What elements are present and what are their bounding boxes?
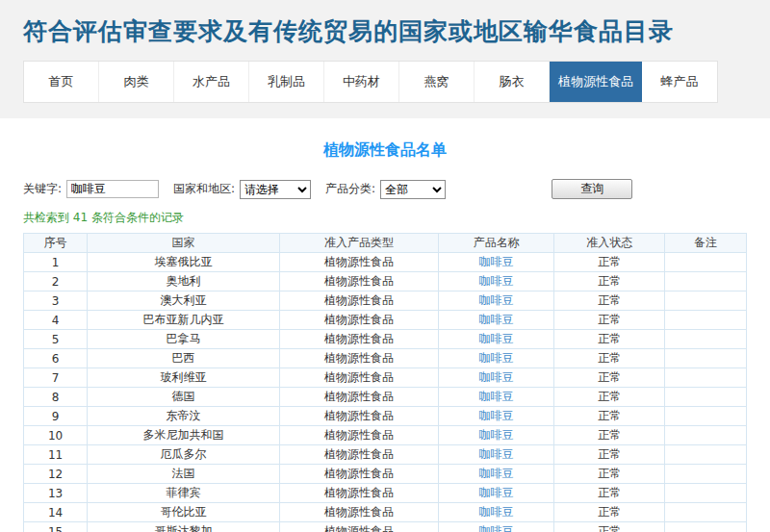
product-type-cell: 植物源性食品 <box>279 407 438 426</box>
table-row: 13菲律宾植物源性食品咖啡豆正常 <box>24 484 747 503</box>
column-header: 序号 <box>24 234 88 253</box>
product-type-cell: 植物源性食品 <box>279 484 438 503</box>
table-row: 8德国植物源性食品咖啡豆正常 <box>24 388 747 407</box>
note-cell <box>665 368 747 388</box>
product-link[interactable]: 咖啡豆 <box>479 409 514 422</box>
country-cell: 哥斯达黎加 <box>88 522 280 532</box>
row-number-cell: 10 <box>24 426 88 445</box>
product-type-cell: 植物源性食品 <box>279 311 438 330</box>
nav-tab-chinese-medicine[interactable]: 中药材 <box>324 62 399 102</box>
product-link[interactable]: 咖啡豆 <box>479 351 514 365</box>
country-cell: 德国 <box>88 388 280 407</box>
product-link[interactable]: 咖啡豆 <box>479 274 514 288</box>
country-cell: 奥地利 <box>88 272 280 291</box>
status-cell: 正常 <box>554 272 665 291</box>
product-link[interactable]: 咖啡豆 <box>479 313 514 326</box>
nav-tab-meat[interactable]: 肉类 <box>99 62 174 102</box>
column-header: 国家 <box>88 234 280 253</box>
column-header: 产品名称 <box>439 234 554 253</box>
table-row: 3澳大利亚植物源性食品咖啡豆正常 <box>24 291 747 311</box>
country-cell: 法国 <box>88 465 280 484</box>
country-cell: 菲律宾 <box>88 484 280 503</box>
product-link[interactable]: 咖啡豆 <box>479 447 514 461</box>
table-row: 4巴布亚新几内亚植物源性食品咖啡豆正常 <box>24 311 747 330</box>
product-name-cell: 咖啡豆 <box>439 407 554 426</box>
note-cell <box>665 407 747 426</box>
table-row: 6巴西植物源性食品咖啡豆正常 <box>24 349 747 368</box>
product-link[interactable]: 咖啡豆 <box>479 332 514 345</box>
product-link[interactable]: 咖啡豆 <box>479 467 514 480</box>
product-link[interactable]: 咖啡豆 <box>479 505 514 519</box>
product-name-cell: 咖啡豆 <box>439 522 554 532</box>
row-number-cell: 8 <box>24 388 88 407</box>
product-name-cell: 咖啡豆 <box>439 349 554 368</box>
nav-tab-home[interactable]: 首页 <box>24 62 99 102</box>
results-table: 序号国家准入产品类型产品名称准入状态备注 1埃塞俄比亚植物源性食品咖啡豆正常2奥… <box>23 233 747 532</box>
row-number-cell: 9 <box>24 407 88 426</box>
product-link[interactable]: 咖啡豆 <box>479 390 514 403</box>
note-cell <box>665 503 747 522</box>
product-name-cell: 咖啡豆 <box>439 253 554 272</box>
product-name-cell: 咖啡豆 <box>439 330 554 349</box>
table-row: 5巴拿马植物源性食品咖啡豆正常 <box>24 330 747 349</box>
product-link[interactable]: 咖啡豆 <box>479 370 514 384</box>
keyword-input[interactable] <box>66 180 159 198</box>
nav-tab-birds-nest[interactable]: 燕窝 <box>399 62 475 102</box>
category-label: 产品分类: <box>325 181 375 197</box>
category-select[interactable]: 全部 <box>380 180 446 199</box>
product-name-cell: 咖啡豆 <box>439 388 554 407</box>
table-row: 14哥伦比亚植物源性食品咖啡豆正常 <box>24 503 747 522</box>
table-row: 2奥地利植物源性食品咖啡豆正常 <box>24 272 747 291</box>
nav-tab-casings[interactable]: 肠衣 <box>475 62 550 102</box>
product-name-cell: 咖啡豆 <box>439 311 554 330</box>
search-form: 关键字: 国家和地区: 请选择 产品分类: 全部 查询 <box>23 179 747 199</box>
column-header: 准入产品类型 <box>279 234 438 253</box>
status-cell: 正常 <box>554 253 665 272</box>
product-name-cell: 咖啡豆 <box>439 445 554 465</box>
nav-tab-aquatic-products[interactable]: 水产品 <box>174 62 249 102</box>
product-type-cell: 植物源性食品 <box>279 465 438 484</box>
nav-tab-bee-products[interactable]: 蜂产品 <box>642 62 717 102</box>
nav-tab-dairy-products[interactable]: 乳制品 <box>249 62 324 102</box>
table-row: 15哥斯达黎加植物源性食品咖啡豆正常 <box>24 522 747 532</box>
product-link[interactable]: 咖啡豆 <box>479 524 514 532</box>
country-select[interactable]: 请选择 <box>240 180 311 199</box>
page-header: 符合评估审查要求及有传统贸易的国家或地区输华食品目录 首页肉类水产品乳制品中药材… <box>0 0 770 118</box>
country-cell: 哥伦比亚 <box>88 503 280 522</box>
status-cell: 正常 <box>554 330 665 349</box>
row-number-cell: 7 <box>24 368 88 388</box>
row-number-cell: 5 <box>24 330 88 349</box>
product-link[interactable]: 咖啡豆 <box>479 428 514 442</box>
row-number-cell: 14 <box>24 503 88 522</box>
product-link[interactable]: 咖啡豆 <box>479 486 514 499</box>
country-cell: 多米尼加共和国 <box>88 426 280 445</box>
row-number-cell: 1 <box>24 253 88 272</box>
table-row: 10多米尼加共和国植物源性食品咖啡豆正常 <box>24 426 747 445</box>
status-cell: 正常 <box>554 388 665 407</box>
page-title: 符合评估审查要求及有传统贸易的国家或地区输华食品目录 <box>23 15 747 47</box>
note-cell <box>665 465 747 484</box>
product-link[interactable]: 咖啡豆 <box>479 293 514 307</box>
country-cell: 巴拿马 <box>88 330 280 349</box>
keyword-label: 关键字: <box>23 181 62 197</box>
note-cell <box>665 388 747 407</box>
product-type-cell: 植物源性食品 <box>279 368 438 388</box>
country-cell: 澳大利亚 <box>88 291 280 311</box>
nav-tab-plant-derived-foods[interactable]: 植物源性食品 <box>550 62 642 102</box>
status-cell: 正常 <box>554 407 665 426</box>
product-type-cell: 植物源性食品 <box>279 445 438 465</box>
table-header-row: 序号国家准入产品类型产品名称准入状态备注 <box>24 234 747 253</box>
product-name-cell: 咖啡豆 <box>439 291 554 311</box>
result-count: 共检索到 41 条符合条件的记录 <box>23 210 747 226</box>
country-cell: 巴布亚新几内亚 <box>88 311 280 330</box>
product-type-cell: 植物源性食品 <box>279 330 438 349</box>
product-type-cell: 植物源性食品 <box>279 388 438 407</box>
status-cell: 正常 <box>554 503 665 522</box>
status-cell: 正常 <box>554 484 665 503</box>
status-cell: 正常 <box>554 291 665 311</box>
row-number-cell: 12 <box>24 465 88 484</box>
product-link[interactable]: 咖啡豆 <box>479 255 514 268</box>
row-number-cell: 4 <box>24 311 88 330</box>
search-button[interactable]: 查询 <box>552 179 632 199</box>
status-cell: 正常 <box>554 368 665 388</box>
